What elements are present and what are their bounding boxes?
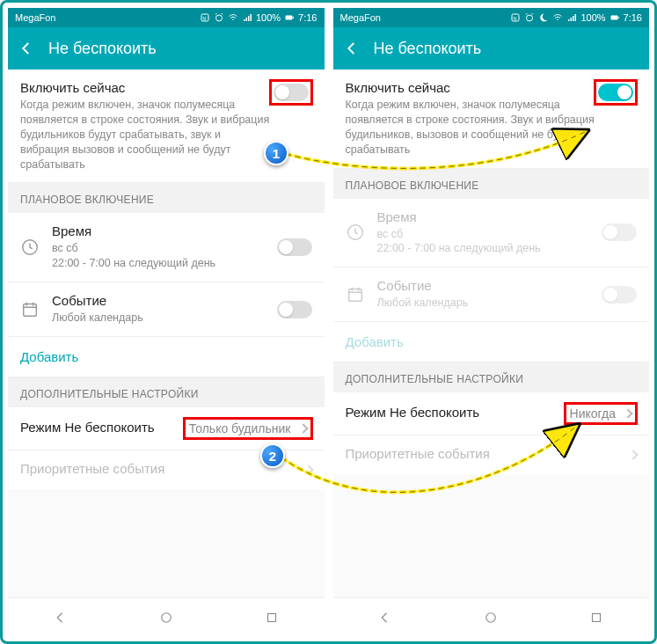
- enable-now-row[interactable]: Включить сейчас Когда режим включен, зна…: [333, 70, 650, 169]
- clock-icon: [346, 223, 365, 242]
- schedule-section-header: ПЛАНОВОЕ ВКЛЮЧЕНИЕ: [8, 183, 325, 213]
- alarm-icon: [214, 12, 224, 23]
- wifi-icon: [552, 12, 563, 23]
- svg-rect-8: [24, 304, 37, 316]
- dnd-mode-value: Только будильник: [189, 421, 295, 435]
- svg-point-15: [527, 15, 533, 21]
- dnd-mode-label: Режим Не беспокоить: [346, 405, 565, 420]
- nav-recent-icon[interactable]: [588, 610, 604, 626]
- chevron-right-icon: [298, 423, 308, 433]
- nav-back-icon[interactable]: [53, 610, 69, 626]
- calendar-icon: [20, 300, 40, 319]
- chevron-right-icon: [628, 450, 638, 459]
- event-sub: Любой календарь: [52, 311, 277, 326]
- nav-back-icon[interactable]: [377, 610, 393, 626]
- svg-point-4: [215, 15, 222, 21]
- carrier-label: MegaFon: [340, 12, 381, 23]
- annotation-marker-2: 2: [260, 443, 285, 468]
- back-icon[interactable]: [344, 40, 360, 56]
- priority-label: Приоритетные события: [20, 461, 300, 476]
- chevron-right-icon: [623, 408, 632, 418]
- enable-now-row[interactable]: Включить сейчас Когда режим включен, зна…: [8, 70, 325, 183]
- extra-section-header: ДОПОЛНИТЕЛЬНЫЕ НАСТРОЙКИ: [333, 362, 650, 392]
- nav-bar: [8, 597, 325, 636]
- dnd-moon-icon: [538, 12, 549, 23]
- enable-title: Включить сейчас: [20, 80, 270, 95]
- status-bar: MegaFon N 100% 7:16: [8, 8, 325, 27]
- battery-label: 100%: [580, 12, 605, 23]
- add-button[interactable]: Добавить: [8, 337, 325, 377]
- svg-text:N: N: [202, 16, 206, 21]
- annotation-marker-1: 1: [264, 141, 288, 165]
- svg-rect-16: [610, 16, 617, 20]
- time-row[interactable]: Время вс сб 22:00 - 7:00 на следующий де…: [8, 213, 325, 282]
- svg-rect-19: [348, 289, 361, 301]
- status-bar: MegaFon N 100% 7:16: [333, 8, 650, 27]
- extra-section-header: ДОПОЛНИТЕЛЬНЫЕ НАСТРОЙКИ: [8, 377, 325, 407]
- time-sub-days: вс сб: [52, 241, 277, 256]
- phone-screen-right: MegaFon N 100% 7:16 Не беспокоить Включи: [333, 8, 650, 636]
- svg-point-9: [161, 612, 171, 622]
- back-icon[interactable]: [18, 40, 34, 56]
- svg-rect-21: [593, 613, 601, 621]
- svg-rect-6: [293, 17, 294, 18]
- enable-desc: Когда режим включен, значок полумесяца п…: [346, 98, 595, 157]
- priority-row: Приоритетные события: [333, 435, 650, 474]
- nav-recent-icon[interactable]: [264, 610, 280, 626]
- app-header: Не беспокоить: [333, 27, 650, 70]
- schedule-section-header: ПЛАНОВОЕ ВКЛЮЧЕНИЕ: [333, 169, 650, 199]
- svg-point-20: [486, 612, 496, 622]
- dnd-mode-value: Никогда: [570, 406, 619, 421]
- alarm-icon: [524, 12, 535, 23]
- battery-icon: [284, 12, 295, 23]
- page-title: Не беспокоить: [374, 40, 482, 58]
- event-row: Событие Любой календарь: [333, 267, 650, 322]
- chevron-right-icon: [303, 465, 313, 474]
- event-toggle[interactable]: [277, 301, 312, 318]
- svg-text:N: N: [514, 16, 517, 21]
- time-toggle: [602, 223, 637, 241]
- event-toggle: [602, 286, 637, 304]
- phone-screen-left: MegaFon N 100% 7:16 Не беспокоить Включи…: [8, 8, 325, 636]
- time-label: 7:16: [624, 12, 642, 23]
- signal-icon: [242, 12, 252, 23]
- time-title: Время: [52, 223, 277, 238]
- battery-icon: [610, 12, 620, 23]
- time-sub-days: вс сб: [377, 227, 602, 242]
- nav-home-icon[interactable]: [158, 610, 174, 626]
- battery-label: 100%: [256, 12, 281, 23]
- time-row: Время вс сб 22:00 - 7:00 на следующий де…: [333, 199, 650, 268]
- event-row[interactable]: Событие Любой календарь: [8, 282, 325, 337]
- signal-icon: [566, 12, 577, 23]
- time-sub-range: 22:00 - 7:00 на следующий день: [377, 241, 602, 256]
- content-area: Включить сейчас Когда режим включен, зна…: [333, 70, 650, 597]
- nfc-icon: N: [510, 12, 521, 23]
- event-sub: Любой календарь: [377, 296, 602, 311]
- time-title: Время: [377, 209, 602, 224]
- page-title: Не беспокоить: [48, 40, 157, 58]
- svg-rect-17: [618, 17, 619, 18]
- carrier-label: MegaFon: [15, 12, 55, 23]
- event-title: Событие: [52, 293, 277, 308]
- event-title: Событие: [377, 278, 602, 293]
- add-button: Добавить: [333, 322, 650, 362]
- enable-toggle[interactable]: [598, 84, 633, 101]
- time-toggle[interactable]: [277, 238, 312, 256]
- enable-toggle[interactable]: [274, 84, 309, 101]
- svg-rect-5: [286, 16, 293, 20]
- app-header: Не беспокоить: [8, 27, 325, 70]
- dnd-mode-row[interactable]: Режим Не беспокоить Никогда: [333, 392, 650, 435]
- enable-desc: Когда режим включен, значок полумесяца п…: [20, 98, 270, 172]
- nfc-icon: N: [200, 12, 210, 23]
- wifi-icon: [228, 12, 238, 23]
- enable-title: Включить сейчас: [346, 80, 595, 95]
- nav-home-icon[interactable]: [483, 610, 499, 626]
- calendar-icon: [346, 285, 365, 304]
- time-sub-range: 22:00 - 7:00 на следующий день: [52, 256, 277, 271]
- svg-rect-10: [267, 613, 275, 621]
- clock-icon: [20, 238, 40, 257]
- dnd-mode-label: Режим Не беспокоить: [20, 420, 184, 435]
- time-label: 7:16: [298, 12, 317, 23]
- nav-bar: [333, 597, 650, 636]
- priority-label: Приоритетные события: [346, 446, 625, 461]
